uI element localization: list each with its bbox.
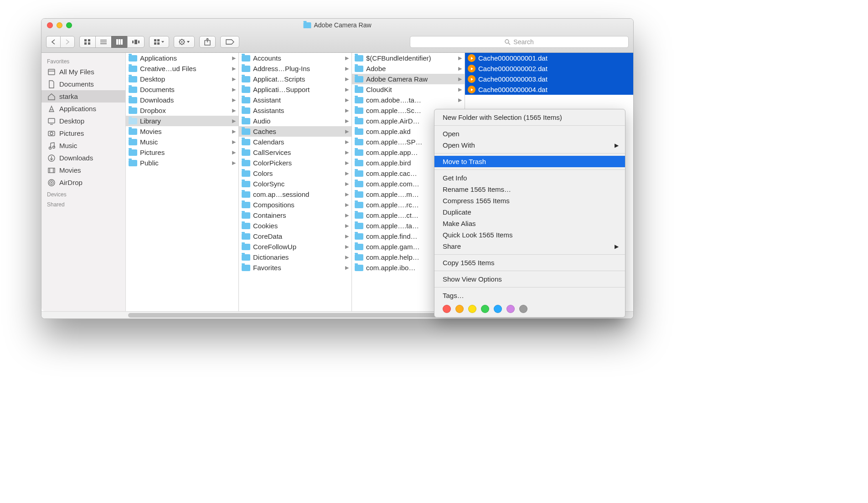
view-column-button[interactable] xyxy=(111,36,127,48)
folder-row[interactable]: CallServices▶ xyxy=(239,147,351,158)
view-coverflow-button[interactable] xyxy=(127,36,145,48)
tag-color-6[interactable] xyxy=(519,305,527,313)
folder-row[interactable]: ColorSync▶ xyxy=(239,179,351,189)
sidebar-item-starka[interactable]: starka xyxy=(41,90,125,103)
search-input[interactable]: Search xyxy=(410,36,629,48)
folder-row[interactable]: Accounts▶ xyxy=(239,53,351,63)
folder-row[interactable]: Calendars▶ xyxy=(239,137,351,147)
folder-row[interactable]: CoreData▶ xyxy=(239,231,351,241)
folder-row[interactable]: Audio▶ xyxy=(239,116,351,126)
chevron-right-icon: ▶ xyxy=(345,128,349,134)
folder-row[interactable]: Adobe Camera Raw▶ xyxy=(352,74,465,84)
sidebar-item-pictures[interactable]: Pictures xyxy=(41,127,125,139)
tag-color-row xyxy=(434,301,625,315)
sidebar-item-music[interactable]: Music xyxy=(41,139,125,152)
arrange-button[interactable] xyxy=(149,36,169,48)
folder-row[interactable]: Dropbox▶ xyxy=(126,105,238,116)
share-button[interactable] xyxy=(199,36,216,48)
file-row[interactable]: Cache0000000002.dat xyxy=(465,63,633,74)
tag-color-0[interactable] xyxy=(443,305,451,313)
sidebar-item-applications[interactable]: Applications xyxy=(41,103,125,115)
folder-row[interactable]: Public▶ xyxy=(126,158,238,168)
folder-row[interactable]: Cookies▶ xyxy=(239,221,351,231)
menu-item-tags[interactable]: Tags… xyxy=(434,290,625,301)
folder-row[interactable]: Applications▶ xyxy=(126,53,238,63)
folder-row[interactable]: Movies▶ xyxy=(126,126,238,137)
tags-button[interactable] xyxy=(220,36,239,48)
view-icon-button[interactable] xyxy=(79,36,95,48)
minimize-button[interactable] xyxy=(57,22,62,28)
zoom-button[interactable] xyxy=(66,22,72,28)
sidebar-item-movies[interactable]: Movies xyxy=(41,164,125,176)
back-button[interactable] xyxy=(46,36,60,48)
folder-row[interactable]: Address…Plug-Ins▶ xyxy=(239,63,351,74)
menu-item-make-alias[interactable]: Make Alias xyxy=(434,218,625,229)
folder-row[interactable]: Library▶ xyxy=(126,116,238,126)
tag-color-1[interactable] xyxy=(455,305,464,313)
folder-row[interactable]: Adobe▶ xyxy=(352,63,465,74)
chevron-right-icon: ▶ xyxy=(345,66,349,72)
folder-row[interactable]: com.adobe….ta…▶ xyxy=(352,95,465,105)
row-label: CallServices xyxy=(253,149,291,156)
svg-line-25 xyxy=(180,43,181,44)
tag-color-2[interactable] xyxy=(468,305,476,313)
menu-item-label: Make Alias xyxy=(443,220,476,227)
menu-item-duplicate[interactable]: Duplicate xyxy=(434,206,625,218)
folder-row[interactable]: Assistant▶ xyxy=(239,95,351,105)
tag-color-3[interactable] xyxy=(481,305,489,313)
folder-icon xyxy=(355,160,363,166)
menu-item-share[interactable]: Share▶ xyxy=(434,241,625,252)
sidebar-item-downloads[interactable]: Downloads xyxy=(41,152,125,164)
folder-row[interactable]: Assistants▶ xyxy=(239,105,351,116)
file-row[interactable]: Cache0000000003.dat xyxy=(465,74,633,84)
forward-button[interactable] xyxy=(60,36,75,48)
file-row[interactable]: Cache0000000001.dat xyxy=(465,53,633,63)
folder-row[interactable]: $(CFBundleIdentifier)▶ xyxy=(352,53,465,63)
sidebar-item-airdrop[interactable]: AirDrop xyxy=(41,176,125,189)
menu-item-quick-look-1565-items[interactable]: Quick Look 1565 Items xyxy=(434,229,625,241)
folder-row[interactable]: Pictures▶ xyxy=(126,147,238,158)
folder-row[interactable]: Downloads▶ xyxy=(126,95,238,105)
folder-icon xyxy=(355,212,363,219)
row-label: com.apple.gam… xyxy=(366,243,420,251)
folder-row[interactable]: Containers▶ xyxy=(239,210,351,221)
tag-color-5[interactable] xyxy=(506,305,515,313)
folder-row[interactable]: Dictionaries▶ xyxy=(239,252,351,262)
menu-item-show-view-options[interactable]: Show View Options xyxy=(434,273,625,285)
folder-row[interactable]: CloudKit▶ xyxy=(352,84,465,95)
menu-item-get-info[interactable]: Get Info xyxy=(434,172,625,184)
sidebar-item-all-my-files[interactable]: All My Files xyxy=(41,66,125,78)
sidebar-item-desktop[interactable]: Desktop xyxy=(41,115,125,127)
row-label: Music xyxy=(140,138,158,146)
folder-row[interactable]: Music▶ xyxy=(126,137,238,147)
folder-row[interactable]: Favorites▶ xyxy=(239,262,351,273)
folder-row[interactable]: ColorPickers▶ xyxy=(239,158,351,168)
tag-color-4[interactable] xyxy=(494,305,502,313)
folder-row[interactable]: com.ap…sessiond▶ xyxy=(239,189,351,200)
folder-row[interactable]: Compositions▶ xyxy=(239,200,351,210)
menu-item-open[interactable]: Open xyxy=(434,128,625,139)
menu-item-new-folder-with-selection-1565-items[interactable]: New Folder with Selection (1565 Items) xyxy=(434,112,625,123)
folder-row[interactable]: Documents▶ xyxy=(126,84,238,95)
file-row[interactable]: Cache0000000004.dat xyxy=(465,84,633,95)
folder-icon xyxy=(242,108,250,114)
folder-row[interactable]: Creative…ud Files▶ xyxy=(126,63,238,74)
menu-item-move-to-trash[interactable]: Move to Trash xyxy=(434,156,625,167)
sidebar-item-documents[interactable]: Documents xyxy=(41,78,125,90)
row-label: com.apple….SP… xyxy=(366,138,422,146)
folder-row[interactable]: CoreFollowUp▶ xyxy=(239,241,351,252)
menu-item-copy-1565-items[interactable]: Copy 1565 Items xyxy=(434,257,625,268)
folder-row[interactable]: Caches▶ xyxy=(239,126,351,137)
action-button[interactable] xyxy=(174,36,195,48)
folder-row[interactable]: Desktop▶ xyxy=(126,74,238,84)
menu-item-rename-1565-items[interactable]: Rename 1565 Items… xyxy=(434,184,625,195)
menu-item-compress-1565-items[interactable]: Compress 1565 Items xyxy=(434,195,625,206)
menu-item-open-with[interactable]: Open With▶ xyxy=(434,139,625,151)
chevron-right-icon: ▶ xyxy=(345,254,349,260)
close-button[interactable] xyxy=(47,22,53,28)
folder-row[interactable]: Applicati…Support▶ xyxy=(239,84,351,95)
folder-row[interactable]: Applicat…Scripts▶ xyxy=(239,74,351,84)
folder-row[interactable]: Colors▶ xyxy=(239,168,351,179)
pictures-icon xyxy=(47,129,56,138)
view-list-button[interactable] xyxy=(95,36,111,48)
